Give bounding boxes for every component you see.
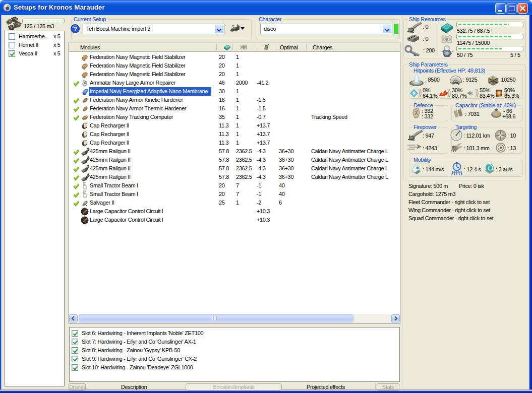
svg-text:?: ?: [74, 26, 77, 33]
